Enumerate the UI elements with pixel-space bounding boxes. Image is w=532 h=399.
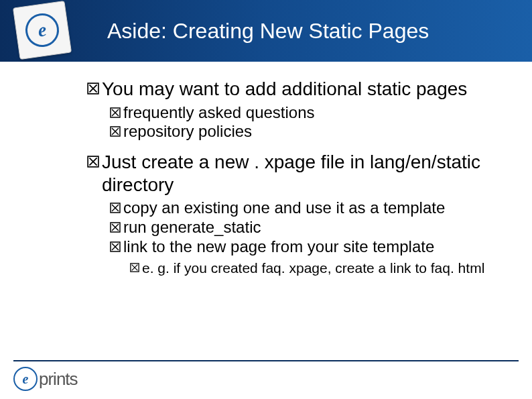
bullet-text: e. g. if you created faq. xpage, create …: [142, 260, 484, 276]
bullet-text: repository policies: [123, 122, 252, 141]
bullet-item-l2: link to the new page from your site temp…: [110, 237, 505, 257]
slide-title: Aside: Creating New Static Pages: [107, 19, 429, 44]
bullet-item-l2: frequently asked questions: [110, 103, 505, 123]
x-box-icon: [110, 126, 121, 139]
x-box-icon: [110, 203, 121, 216]
x-box-icon: [87, 82, 99, 97]
bullet-text: Just create a new . xpage file in lang/e…: [102, 151, 505, 196]
header-logo: e: [13, 1, 72, 60]
bullet-text: You may want to add additional static pa…: [102, 78, 467, 101]
footer-divider: [13, 360, 519, 361]
bullet-text: copy an existing one and use it as a tem…: [123, 198, 445, 218]
x-box-icon: [110, 222, 121, 235]
bullet-text: link to the new page from your site temp…: [123, 237, 434, 257]
x-box-icon: [110, 241, 121, 255]
x-box-icon: [110, 107, 121, 121]
bullet-item-l1: Just create a new . xpage file in lang/e…: [87, 151, 505, 196]
bullet-item-l2: copy an existing one and use it as a tem…: [110, 198, 505, 218]
footer-logo: e prints: [13, 367, 78, 391]
x-box-icon: [130, 263, 139, 275]
bullet-item-l2: repository policies: [110, 122, 505, 141]
bullet-item-l1: You may want to add additional static pa…: [87, 78, 505, 101]
bullet-item-l2: run generate_static: [110, 218, 505, 237]
bullet-text: frequently asked questions: [123, 103, 315, 123]
header-logo-letter: e: [23, 11, 61, 49]
bullet-item-l3: e. g. if you created faq. xpage, create …: [130, 260, 505, 276]
slide-content: You may want to add additional static pa…: [0, 62, 532, 276]
x-box-icon: [87, 156, 99, 170]
slide-footer: e prints: [0, 360, 532, 399]
slide-header: e Aside: Creating New Static Pages: [0, 0, 532, 62]
bullet-text: run generate_static: [123, 218, 261, 237]
footer-logo-letter: e: [13, 367, 38, 391]
footer-logo-text: prints: [39, 369, 78, 390]
